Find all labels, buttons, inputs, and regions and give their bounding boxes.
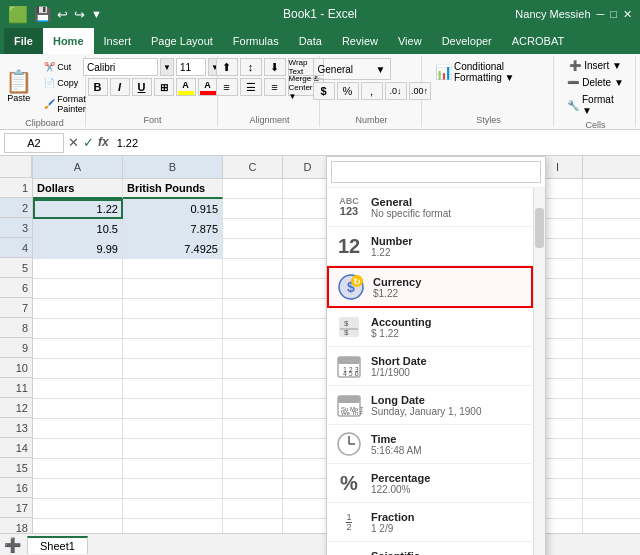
nf-item-fraction[interactable]: 1 2 Fraction 1 2/9 [327,503,533,542]
nf-number-value: 1.22 [371,247,525,258]
insert-button[interactable]: ➕ Insert ▼ [564,58,627,73]
insert-function-icon[interactable]: fx [98,135,109,150]
format-button[interactable]: 🔧 Format ▼ [562,92,629,118]
font-size-input[interactable] [176,58,206,76]
tab-home[interactable]: Home [43,28,94,54]
font-name-input[interactable] [83,58,158,76]
paste-button[interactable]: 📋 Paste [0,68,37,106]
nf-scroll-area[interactable]: ABC 123 General No specific format 12 Nu… [327,188,533,555]
align-top-button[interactable]: ⬆ [216,58,238,76]
tab-file[interactable]: File [4,28,43,54]
select-all-button[interactable] [0,156,32,178]
cell-reference-box[interactable] [4,133,64,153]
cell-c1[interactable] [223,179,283,199]
undo-icon[interactable]: ↩ [57,7,68,22]
col-header-b[interactable]: B [123,156,223,178]
nf-item-general-text: General No specific format [371,196,525,219]
fill-color-button[interactable]: A [176,78,196,96]
formula-input[interactable] [113,137,636,149]
tab-page-layout[interactable]: Page Layout [141,28,223,54]
nf-search-input[interactable] [331,161,541,183]
currency-icon: $ ↻ [337,273,365,301]
row-header-17: 17 [0,498,32,518]
tab-view[interactable]: View [388,28,432,54]
align-middle-button[interactable]: ↕ [240,58,262,76]
format-painter-button[interactable]: 🖌️ Format Painter [41,92,89,116]
cell-a1[interactable]: Dollars [33,179,123,199]
align-right-button[interactable]: ≡ [264,78,286,96]
cancel-formula-icon[interactable]: ✕ [68,135,79,150]
decrease-decimal-btn[interactable]: .0↓ [385,82,407,100]
add-sheet-button[interactable]: ➕ [4,537,21,553]
col-header-a[interactable]: A [33,156,123,178]
window-restore[interactable]: □ [610,8,617,20]
align-center-button[interactable]: ☰ [240,78,262,96]
cell-b3[interactable]: 7.875 [123,219,223,239]
border-button[interactable]: ⊞ [154,78,174,96]
cell-c3[interactable] [223,219,283,239]
number-label: Number [355,113,387,125]
cell-a4[interactable]: 9.99 [33,239,123,259]
tab-data[interactable]: Data [289,28,332,54]
tab-insert[interactable]: Insert [94,28,142,54]
nf-longdate-value: Sunday, January 1, 1900 [371,406,525,417]
nf-item-time[interactable]: Time 5:16:48 AM [327,425,533,464]
title-bar-left: 🟩 💾 ↩ ↪ ▼ [8,5,102,24]
cell-c4[interactable] [223,239,283,259]
tab-developer[interactable]: Developer [432,28,502,54]
nf-percentage-name: Percentage [371,472,525,484]
cell-c2[interactable] [223,199,283,219]
nf-scrollbar[interactable] [533,188,545,555]
save-icon[interactable]: 💾 [34,6,51,22]
tab-review[interactable]: Review [332,28,388,54]
tab-formulas[interactable]: Formulas [223,28,289,54]
nf-item-currency[interactable]: $ ↻ Currency $1.22 [327,266,533,308]
customize-icon[interactable]: ▼ [91,8,102,20]
shortdate-icon: 1 2 3 4 5 6 [335,352,363,380]
sheet-tab-sheet1[interactable]: Sheet1 [27,536,88,554]
conditional-formatting-button[interactable]: 📊 Conditional Formatting ▼ [430,58,547,86]
delete-button[interactable]: ➖ Delete ▼ [562,75,629,90]
confirm-formula-icon[interactable]: ✓ [83,135,94,150]
alignment-content: ⬆ ↕ ⬇ Wrap Text ≡ ☰ ≡ Merge & Center ▼ [216,58,324,113]
tab-acrobat[interactable]: ACROBAT [502,28,574,54]
cut-button[interactable]: ✂️ Cut [41,60,89,74]
nf-item-accounting[interactable]: $ $ Accounting $ 1.22 [327,308,533,347]
percent-btn[interactable]: % [337,82,359,100]
nf-item-general[interactable]: ABC 123 General No specific format [327,188,533,227]
cell-b4[interactable]: 7.4925 [123,239,223,259]
cell-b1[interactable]: British Pounds [123,179,223,199]
align-left-button[interactable]: ≡ [216,78,238,96]
row-header-3: 3 [0,218,32,238]
align-bottom-button[interactable]: ⬇ [264,58,286,76]
fraction-icon: 1 2 [335,508,363,536]
copy-button[interactable]: 📄 Copy [41,76,89,90]
bold-button[interactable]: B [88,78,108,96]
window-close[interactable]: ✕ [623,8,632,21]
underline-button[interactable]: U [132,78,152,96]
ribbon-tabs: File Home Insert Page Layout Formulas Da… [0,28,640,54]
font-name-dropdown[interactable]: ▼ [160,58,174,76]
svg-text:$: $ [344,319,349,328]
window-minimize[interactable]: ─ [597,8,605,20]
cell-a3[interactable]: 10.5 [33,219,123,239]
comma-btn[interactable]: , [361,82,383,100]
cell-b2[interactable]: 0.915 [123,199,223,219]
currency-btn[interactable]: $ [313,82,335,100]
title-bar-title: Book1 - Excel [283,7,357,21]
redo-icon[interactable]: ↪ [74,7,85,22]
nf-item-percentage[interactable]: % Percentage 122.00% [327,464,533,503]
number-format-row: General▼ [313,58,431,80]
nf-item-number[interactable]: 12 Number 1.22 [327,227,533,266]
nf-item-longdate[interactable]: Su Mo Tu We Th Fr Long Date Sunday, Janu… [327,386,533,425]
align-row-2: ≡ ☰ ≡ Merge & Center ▼ [216,78,324,96]
row-header-11: 11 [0,378,32,398]
number-format-box[interactable]: General▼ [313,58,391,80]
nf-item-shortdate[interactable]: 1 2 3 4 5 6 Short Date 1/1/1900 [327,347,533,386]
font-color-button[interactable]: A [198,78,218,96]
cell-a2[interactable]: 1.22 [33,199,123,219]
col-header-c[interactable]: C [223,156,283,178]
italic-button[interactable]: I [110,78,130,96]
number-buttons-row: $ % , .0↓ .00↑ [313,82,431,100]
nf-item-scientific[interactable]: 102 Scientific 1.22E+00 [327,542,533,555]
